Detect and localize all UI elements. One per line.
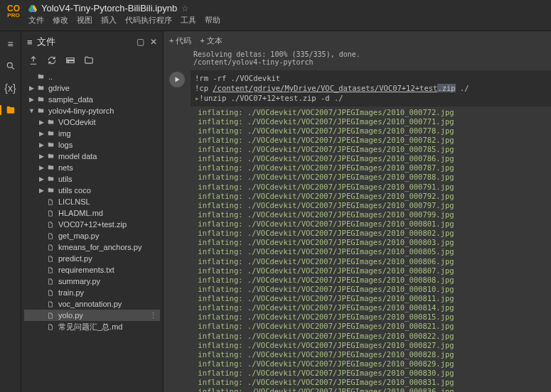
vars-icon[interactable]: {x} (4, 82, 16, 94)
folder-icon (37, 85, 46, 92)
tree-node-label: utils coco (58, 186, 157, 195)
folder-up-icon (37, 73, 46, 80)
file-icon (47, 300, 55, 308)
menu-item[interactable]: 插入 (101, 15, 117, 26)
tree-node[interactable]: ▶model data (24, 151, 160, 162)
search-icon[interactable] (6, 61, 16, 71)
folder-icon (47, 119, 55, 126)
add-text-button[interactable]: + 文本 (200, 36, 222, 46)
tree-node[interactable]: ▼yolov4-tiny-pytorch (24, 105, 160, 116)
file-icon (47, 244, 55, 251)
tree-node-label: HLADML.md (58, 209, 157, 217)
file-icon (47, 255, 55, 263)
tree-node[interactable]: ▶utils (24, 173, 160, 185)
drive-icon (28, 4, 37, 13)
tree-node-label: get_map.py (58, 232, 157, 240)
cell-output: inflating: ./VOCdevkit/VOC2007/JPEGImage… (164, 107, 551, 392)
more-icon[interactable]: ⋮ (149, 311, 157, 320)
menu-item[interactable]: 帮助 (205, 15, 220, 26)
folder-icon (47, 141, 55, 148)
folder-icon (37, 96, 46, 103)
tree-node-label: summary.py (58, 277, 157, 285)
menu-bar: 文件修改视图插入代码执行程序工具帮助 (28, 15, 547, 26)
tree-node[interactable]: voc_annotation.py (24, 298, 160, 310)
tree-node[interactable]: get_map.py (24, 230, 160, 241)
tree-node-label: utils (58, 175, 157, 183)
tree-node-label: nets (58, 163, 157, 172)
colab-logo: CO PRO (4, 3, 23, 18)
code-cell: !rm -rf ./VOCdevkit!cp /content/gdrive/M… (164, 70, 551, 107)
tree-node-label: kmeans_for_anchors.py (58, 243, 157, 251)
tree-node-label: 常见问题汇_总.md (58, 322, 157, 332)
tree-node[interactable]: ▶nets (24, 162, 160, 173)
hamburger-icon[interactable]: ≡ (27, 37, 33, 48)
tree-node[interactable]: ▶img (24, 128, 160, 139)
tree-node[interactable]: .. (24, 71, 160, 82)
star-icon[interactable]: ☆ (181, 4, 189, 13)
file-icon (47, 266, 55, 274)
tree-node[interactable]: kmeans_for_anchors.py (24, 241, 160, 253)
tree-node-label: voc_annotation.py (58, 300, 157, 308)
folder-icon (47, 164, 55, 171)
close-panel-icon[interactable]: ✕ (150, 37, 157, 47)
tree-node[interactable]: ▶gdrive (24, 82, 160, 94)
dock-icon[interactable]: ▢ (137, 37, 144, 47)
toc-icon[interactable]: ≡ (7, 38, 13, 50)
tree-node-label: predict.py (58, 254, 157, 263)
menu-item[interactable]: 代码执行程序 (125, 15, 172, 26)
file-icon (47, 278, 55, 285)
add-code-button[interactable]: + 代码 (169, 36, 191, 46)
menu-item[interactable]: 视图 (77, 15, 92, 26)
tree-node[interactable]: summary.py (24, 276, 160, 287)
run-button[interactable] (169, 72, 185, 87)
tree-node[interactable]: ▶utils coco (24, 185, 160, 196)
tree-node-label: img (58, 129, 157, 138)
tree-node[interactable]: predict.py (24, 253, 160, 264)
tree-node[interactable]: 常见问题汇_总.md (24, 321, 160, 332)
tree-node[interactable]: ▶VOCdevkit (24, 116, 160, 128)
tree-node-label: sample_data (48, 95, 157, 104)
tree-node-label: LICLNSL (58, 197, 157, 206)
file-icon (47, 209, 55, 217)
tree-node[interactable]: HLADML.md (24, 207, 160, 219)
tree-node[interactable]: ▶sample_data (24, 94, 160, 105)
mount-drive-icon[interactable] (65, 55, 75, 65)
tree-node-label: VOC07+12+test.zip (58, 220, 157, 229)
folder-action-icon[interactable] (84, 55, 94, 65)
menu-item[interactable]: 文件 (28, 15, 44, 26)
menu-item[interactable]: 工具 (181, 15, 196, 26)
tree-node[interactable]: LICLNSL (24, 196, 160, 207)
file-icon (47, 289, 55, 297)
tree-node[interactable]: VOC07+12+test.zip (24, 219, 160, 230)
doc-title[interactable]: YoloV4-Tiny-Pytorch-BiliBili.ipynb (41, 3, 177, 13)
file-icon (47, 323, 55, 331)
tree-node-label: VOCdevkit (58, 118, 157, 126)
tree-node[interactable]: requirements.txt (24, 264, 160, 276)
folder-icon (37, 107, 46, 114)
file-icon (47, 198, 55, 206)
tree-node-label: requirements.txt (58, 266, 157, 274)
menu-item[interactable]: 修改 (53, 15, 68, 26)
tree-node-label: gdrive (48, 84, 157, 92)
cell-body[interactable]: !rm -rf ./VOCdevkit!cp /content/gdrive/M… (191, 70, 551, 107)
tree-node-label: .. (48, 72, 157, 81)
pre-output: Resolving deltas: 100% (335/335), done. … (164, 50, 551, 66)
tree-node[interactable]: train.py (24, 287, 160, 298)
tree-node-label: yolov4-tiny-pytorch (48, 107, 157, 115)
tree-node[interactable]: yolo.py⋮ (24, 310, 160, 321)
tree-node-label: logs (58, 141, 157, 149)
tree-node-label: yolo.py (58, 311, 146, 320)
files-icon[interactable] (0, 105, 16, 115)
refresh-icon[interactable] (47, 55, 57, 65)
file-icon (47, 232, 55, 240)
panel-title: 文件 (37, 36, 55, 48)
folder-icon (47, 130, 55, 137)
tree-node[interactable]: ▶logs (24, 139, 160, 151)
tree-node-label: model data (58, 152, 157, 160)
folder-icon (47, 187, 55, 194)
file-icon (47, 312, 55, 320)
file-icon (47, 221, 55, 229)
upload-icon[interactable] (28, 55, 38, 65)
folder-icon (47, 175, 55, 183)
tree-node-label: train.py (58, 288, 157, 297)
